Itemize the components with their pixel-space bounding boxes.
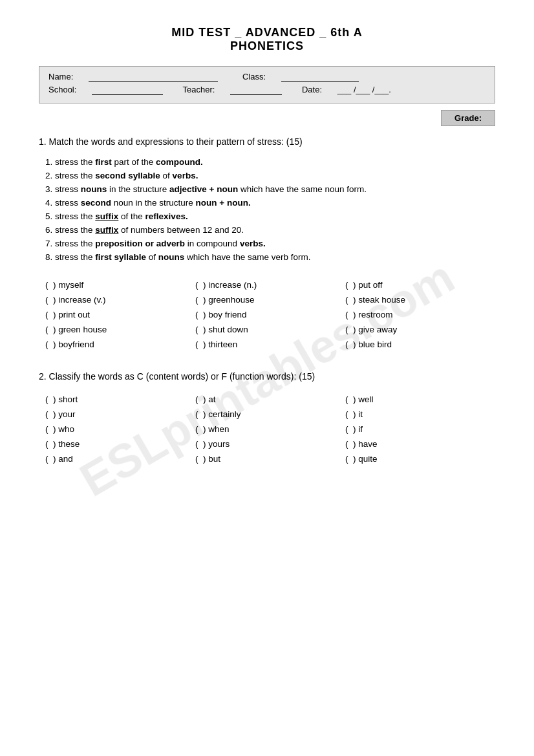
words-col1: ( ) myself ( ) increase (v.) ( ) print o… — [45, 277, 195, 352]
rule-2: 2. stress the second syllable of verbs. — [45, 171, 495, 180]
word-item: ( ) blue bird — [345, 337, 495, 352]
class-label: Class: — [242, 72, 266, 81]
rule-1: 1. stress the first part of the compound… — [45, 157, 495, 167]
word-item: ( ) boyfriend — [45, 337, 195, 352]
word-item: ( ) increase (v.) — [45, 292, 195, 307]
section2-col2: ( ) at ( ) certainly ( ) when ( ) yours … — [195, 392, 345, 466]
info-row-school: School: Teacher: Date: ___ /___ /___. — [48, 85, 486, 95]
section2-title: 2. Classify the words as C (content word… — [39, 371, 495, 382]
words-col3: ( ) put off ( ) steak house ( ) restroom… — [345, 277, 495, 352]
word-item: ( ) and — [45, 451, 195, 466]
section1-title: 1. Match the words and expressions to th… — [39, 136, 495, 147]
section2-words: ( ) short ( ) your ( ) who ( ) these ( )… — [39, 392, 495, 466]
word-item: ( ) thirteen — [195, 337, 345, 352]
title-line1: MID TEST _ ADVANCED _ 6th A — [39, 26, 495, 39]
word-item: ( ) at — [195, 392, 345, 407]
word-item: ( ) these — [45, 437, 195, 451]
teacher-field[interactable] — [230, 85, 282, 95]
word-item: ( ) steak house — [345, 292, 495, 307]
date-field[interactable]: ___ /___ /___. — [337, 85, 391, 94]
word-item: ( ) your — [45, 407, 195, 422]
title-line2: PHONETICS — [39, 39, 495, 53]
word-item: ( ) give away — [345, 322, 495, 337]
rules-list: 1. stress the first part of the compound… — [39, 157, 495, 262]
name-label: Name: — [48, 72, 73, 81]
word-item: ( ) restroom — [345, 307, 495, 322]
class-field[interactable] — [281, 72, 359, 82]
school-field[interactable] — [92, 85, 163, 95]
rule-8: 8. stress the first syllable of nouns wh… — [45, 252, 495, 262]
rule-4: 4. stress second noun in the structure n… — [45, 198, 495, 208]
word-item: ( ) greenhouse — [195, 292, 345, 307]
word-item: ( ) shut down — [195, 322, 345, 337]
word-item: ( ) boy friend — [195, 307, 345, 322]
rule-7: 7. stress the preposition or adverb in c… — [45, 239, 495, 248]
word-item: ( ) myself — [45, 277, 195, 292]
word-item: ( ) print out — [45, 307, 195, 322]
page-title: MID TEST _ ADVANCED _ 6th A PHONETICS — [39, 26, 495, 53]
word-item: ( ) certainly — [195, 407, 345, 422]
word-item: ( ) if — [345, 422, 495, 437]
rule-6: 6. stress the suffix of numbers between … — [45, 225, 495, 235]
word-item: ( ) put off — [345, 277, 495, 292]
word-item: ( ) it — [345, 407, 495, 422]
word-item: ( ) yours — [195, 437, 345, 451]
teacher-label: Teacher: — [183, 85, 215, 94]
word-item: ( ) green house — [45, 322, 195, 337]
rule-3: 3. stress nouns in the structure adjecti… — [45, 184, 495, 194]
grade-label: Grade: — [441, 110, 495, 126]
word-item: ( ) increase (n.) — [195, 277, 345, 292]
rule-5: 5. stress the suffix of the reflexives. — [45, 211, 495, 221]
word-item: ( ) quite — [345, 451, 495, 466]
section2-col1: ( ) short ( ) your ( ) who ( ) these ( )… — [45, 392, 195, 466]
grade-box: Grade: — [39, 110, 495, 126]
info-row-name: Name: Class: — [48, 72, 486, 82]
word-item: ( ) but — [195, 451, 345, 466]
word-item: ( ) well — [345, 392, 495, 407]
word-item: ( ) who — [45, 422, 195, 437]
date-label: Date: — [302, 85, 322, 94]
section1-words: ( ) myself ( ) increase (v.) ( ) print o… — [39, 277, 495, 352]
info-box: Name: Class: School: Teacher: Date: ___ … — [39, 66, 495, 103]
school-label: School: — [48, 85, 76, 94]
word-item: ( ) have — [345, 437, 495, 451]
word-item: ( ) short — [45, 392, 195, 407]
word-item: ( ) when — [195, 422, 345, 437]
section2-col3: ( ) well ( ) it ( ) if ( ) have ( ) quit… — [345, 392, 495, 466]
name-field[interactable] — [89, 72, 218, 82]
words-col2: ( ) increase (n.) ( ) greenhouse ( ) boy… — [195, 277, 345, 352]
